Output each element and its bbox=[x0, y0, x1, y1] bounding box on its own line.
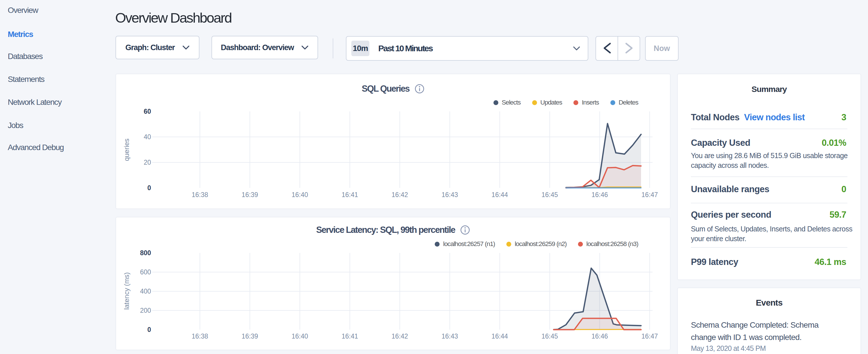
svg-text:16:38: 16:38 bbox=[192, 332, 208, 340]
svg-text:400: 400 bbox=[140, 288, 151, 295]
svg-text:queries: queries bbox=[123, 139, 130, 161]
svg-text:40: 40 bbox=[144, 133, 151, 141]
svg-text:latency (ms): latency (ms) bbox=[123, 272, 130, 310]
svg-text:16:41: 16:41 bbox=[342, 191, 358, 198]
svg-text:16:42: 16:42 bbox=[392, 332, 408, 340]
svg-text:16:47: 16:47 bbox=[641, 191, 658, 198]
svg-text:0: 0 bbox=[147, 184, 151, 192]
svg-text:16:45: 16:45 bbox=[541, 332, 558, 340]
svg-text:16:39: 16:39 bbox=[242, 191, 258, 198]
svg-text:16:46: 16:46 bbox=[591, 191, 608, 198]
svg-text:800: 800 bbox=[140, 249, 151, 257]
svg-text:600: 600 bbox=[140, 268, 151, 276]
svg-text:200: 200 bbox=[140, 307, 151, 314]
svg-text:16:45: 16:45 bbox=[541, 191, 558, 198]
svg-text:16:40: 16:40 bbox=[292, 332, 308, 340]
svg-text:16:43: 16:43 bbox=[442, 191, 458, 198]
svg-text:20: 20 bbox=[144, 159, 151, 166]
svg-text:16:44: 16:44 bbox=[492, 332, 508, 340]
svg-text:0: 0 bbox=[147, 326, 151, 333]
svg-text:16:40: 16:40 bbox=[292, 191, 308, 198]
svg-text:16:38: 16:38 bbox=[192, 191, 208, 198]
svg-text:16:39: 16:39 bbox=[242, 332, 258, 340]
svg-text:60: 60 bbox=[144, 108, 151, 115]
svg-text:16:42: 16:42 bbox=[392, 191, 408, 198]
svg-text:16:41: 16:41 bbox=[342, 332, 358, 340]
svg-text:16:44: 16:44 bbox=[492, 191, 508, 198]
svg-text:16:47: 16:47 bbox=[641, 332, 658, 340]
svg-text:16:46: 16:46 bbox=[591, 332, 608, 340]
svg-text:16:43: 16:43 bbox=[442, 332, 458, 340]
